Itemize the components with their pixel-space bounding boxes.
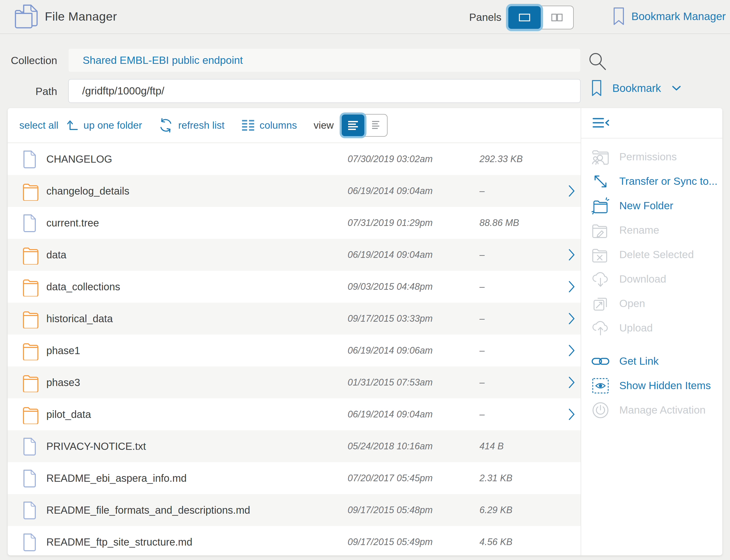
panels-label: Panels [469, 11, 501, 23]
file-size: – [480, 377, 485, 388]
select-all-button[interactable]: select all [19, 120, 58, 131]
file-modified-date: 09/17/2015 05:49pm [347, 537, 433, 547]
view-label: view [313, 120, 334, 131]
file-size: 414 B [480, 441, 504, 452]
file-browser: select all up one folder [8, 108, 581, 555]
columns-label: columns [259, 120, 297, 131]
sidebar-item-show-hidden[interactable]: Show Hidden Items [581, 373, 722, 398]
compact-view-button[interactable] [364, 115, 387, 136]
sidebar-item-manage-activation[interactable]: Manage Activation [581, 398, 722, 422]
file-row[interactable]: data 06/19/2014 09:04am – [8, 239, 581, 271]
dual-panel-icon [551, 13, 563, 22]
file-size: – [480, 409, 485, 420]
file-row[interactable]: CHANGELOG 07/30/2019 03:02am 292.33 KB [8, 143, 581, 175]
sidebar-item-permissions[interactable]: Permissions [581, 145, 722, 169]
dual-panel-button[interactable] [541, 6, 573, 29]
sidebar-item-label: Transfer or Sync to... [619, 175, 717, 187]
new-folder-icon [592, 196, 610, 215]
collection-field[interactable]: Shared EMBL-EBI public endpoint [68, 48, 581, 72]
file-modified-date: 07/30/2019 03:02am [347, 154, 433, 164]
sidebar-item-rename[interactable]: Rename [581, 218, 722, 242]
refresh-list-button[interactable]: refresh list [159, 118, 224, 133]
list-view-icon [348, 120, 358, 130]
columns-button[interactable]: columns [242, 119, 297, 131]
chevron-down-icon [672, 85, 681, 91]
file-icon [22, 150, 37, 169]
file-name: phase1 [46, 345, 80, 356]
bookmark-manager-link[interactable]: Bookmark Manager [613, 7, 726, 26]
open-icon [592, 295, 610, 312]
file-size: – [480, 281, 485, 292]
file-name: phase3 [46, 377, 80, 388]
upload-icon [592, 319, 610, 337]
folder-icon [22, 309, 39, 328]
path-input[interactable] [68, 79, 581, 103]
file-name: README_file_formats_and_descriptions.md [46, 504, 250, 516]
single-panel-button[interactable] [508, 6, 541, 29]
file-row[interactable]: changelog_details 06/19/2014 09:04am – [8, 175, 581, 207]
file-manager-icon [14, 4, 40, 29]
file-modified-date: 01/31/2015 07:53am [347, 377, 433, 388]
sidebar-item-download[interactable]: Download [581, 267, 722, 291]
sidebar-item-get-link[interactable]: Get Link [581, 349, 722, 373]
file-icon [22, 501, 37, 520]
open-folder-chevron-icon[interactable] [568, 408, 575, 421]
file-name: README_ebi_aspera_info.md [46, 473, 187, 484]
file-size: – [480, 186, 485, 196]
file-row[interactable]: current.tree 07/31/2019 01:29pm 88.86 MB [8, 207, 581, 239]
file-row[interactable]: phase3 01/31/2015 07:53am – [8, 366, 581, 398]
sidebar-item-label: New Folder [619, 200, 673, 212]
sidebar-item-label: Manage Activation [619, 404, 706, 416]
manage-activation-icon [592, 402, 610, 419]
open-folder-chevron-icon[interactable] [568, 312, 575, 325]
file-row[interactable]: PRIVACY-NOTICE.txt 05/24/2018 10:16am 41… [8, 430, 581, 462]
file-row[interactable]: phase1 06/19/2014 09:06am – [8, 335, 581, 366]
app-header: File Manager Panels Bookmark Manager [0, 0, 730, 34]
file-modified-date: 06/19/2014 09:04am [347, 249, 433, 260]
main-panel: select all up one folder [8, 108, 722, 555]
panels-toggle [508, 6, 574, 29]
sidebar-item-label: Show Hidden Items [619, 380, 711, 392]
sidebar-item-open[interactable]: Open [581, 291, 722, 316]
download-icon [592, 270, 610, 288]
up-one-folder-button[interactable]: up one folder [66, 120, 142, 131]
sidebar-header [581, 108, 722, 138]
file-modified-date: 06/19/2014 09:06am [347, 345, 433, 356]
sidebar-item-label: Open [619, 297, 645, 310]
sidebar-item-upload[interactable]: Upload [581, 316, 722, 340]
bookmark-button[interactable]: Bookmark [592, 80, 681, 97]
collapse-sidebar-button[interactable] [593, 117, 610, 129]
file-name: current.tree [46, 217, 99, 229]
open-folder-chevron-icon[interactable] [568, 280, 575, 293]
sidebar-item-label: Download [619, 273, 666, 285]
sidebar-item-delete[interactable]: Delete Selected [581, 242, 722, 267]
sidebar-item-new-folder[interactable]: New Folder [581, 194, 722, 218]
sidebar-item-transfer[interactable]: Transfer or Sync to... [581, 169, 722, 194]
file-size: 88.86 MB [480, 217, 519, 228]
open-folder-chevron-icon[interactable] [568, 376, 575, 389]
open-folder-chevron-icon[interactable] [568, 185, 575, 197]
file-modified-date: 09/17/2015 03:33pm [347, 313, 433, 324]
refresh-icon [159, 118, 173, 133]
folder-icon [22, 277, 39, 296]
file-row[interactable]: README_ftp_site_structure.md 09/17/2015 … [8, 526, 581, 555]
file-name: README_ftp_site_structure.md [46, 536, 192, 548]
list-view-button[interactable] [342, 115, 364, 136]
open-folder-chevron-icon[interactable] [568, 344, 575, 357]
search-button[interactable] [588, 51, 607, 71]
open-folder-chevron-icon[interactable] [568, 248, 575, 261]
file-row[interactable]: pilot_data 06/19/2014 09:04am – [8, 398, 581, 430]
file-row[interactable]: README_file_formats_and_descriptions.md … [8, 494, 581, 526]
single-panel-icon [519, 13, 531, 22]
transfer-icon [592, 174, 610, 189]
file-row[interactable]: data_collections 09/03/2015 04:48pm – [8, 271, 581, 303]
file-toolbar: select all up one folder [8, 108, 581, 143]
up-one-folder-label: up one folder [83, 120, 142, 131]
permissions-icon [592, 148, 610, 166]
file-size: 6.29 KB [480, 505, 513, 515]
file-row[interactable]: historical_data 09/17/2015 03:33pm – [8, 303, 581, 335]
file-row[interactable]: README_ebi_aspera_info.md 07/20/2017 05:… [8, 462, 581, 494]
sidebar-item-label: Upload [619, 322, 653, 334]
get-link-icon [592, 356, 610, 367]
compact-view-icon [372, 120, 380, 130]
